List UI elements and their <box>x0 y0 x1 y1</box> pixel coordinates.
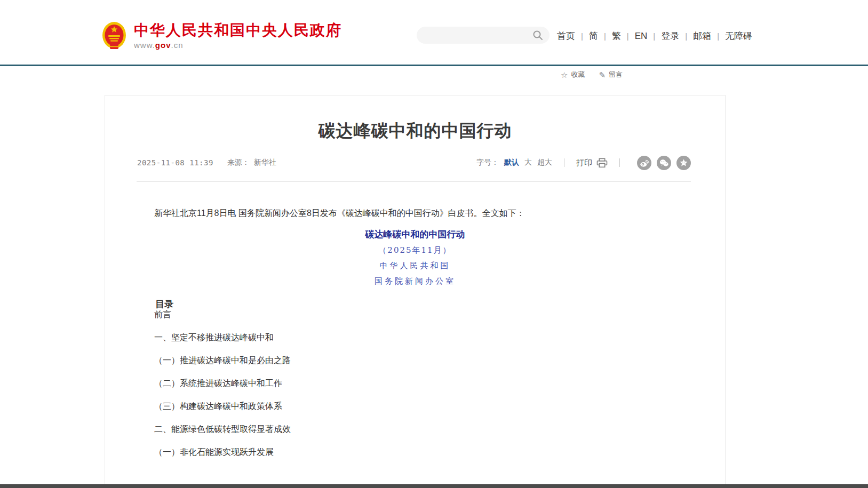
font-size-default[interactable]: 默认 <box>504 158 519 167</box>
source-label: 来源： <box>227 158 250 167</box>
url-cn: .cn <box>171 41 184 50</box>
nav-separator: | <box>653 31 655 41</box>
meta-separator <box>619 158 620 167</box>
nav-separator: | <box>627 31 629 41</box>
toc-title: 目录 <box>137 299 693 310</box>
toc-item: 二、能源绿色低碳转型取得显著成效 <box>137 425 693 434</box>
article-intro: 新华社北京11月8日电 国务院新闻办公室8日发布《碳达峰碳中和的中国行动》白皮书… <box>137 207 693 220</box>
publish-date: 2025-11-08 11:39 <box>137 158 213 167</box>
comment-link[interactable]: ✎ 留言 <box>599 70 623 79</box>
nav-separator: | <box>604 31 606 41</box>
nav-mail[interactable]: 邮箱 <box>693 30 711 42</box>
weibo-icon <box>639 158 649 168</box>
print-button[interactable]: 打印 <box>576 158 608 168</box>
article-title: 碳达峰碳中和的中国行动 <box>105 119 725 142</box>
nav-login[interactable]: 登录 <box>661 30 679 42</box>
site-url: www.gov.cn <box>134 41 342 50</box>
print-label: 打印 <box>576 158 592 168</box>
share-qzone-button[interactable] <box>676 156 691 170</box>
share-wechat-button[interactable] <box>657 156 671 170</box>
url-www: www. <box>134 41 155 50</box>
logo-text: 中华人民共和国中央人民政府 www.gov.cn <box>134 22 342 50</box>
site-title: 中华人民共和国中央人民政府 <box>134 22 342 39</box>
toc-item: （一）推进碳达峰碳中和是必由之路 <box>137 356 693 365</box>
nav-accessibility[interactable]: 无障碍 <box>725 30 752 42</box>
meta-separator <box>564 158 564 167</box>
article-meta: 2025-11-08 11:39 来源： 新华社 字号： 默认 大 超大 打印 <box>137 155 691 171</box>
article-card: 碳达峰碳中和的中国行动 2025-11-08 11:39 来源： 新华社 字号：… <box>105 95 726 488</box>
site-logo[interactable]: 中华人民共和国中央人民政府 www.gov.cn <box>101 21 342 50</box>
source-value[interactable]: 新华社 <box>254 158 276 167</box>
comment-label: 留言 <box>609 70 623 79</box>
document-author-line1: 中华人民共和国 <box>105 261 725 270</box>
share-weibo-button[interactable] <box>637 156 651 170</box>
meta-right: 字号： 默认 大 超大 打印 <box>476 156 691 170</box>
bottom-bar <box>0 484 868 488</box>
font-size-xlarge[interactable]: 超大 <box>537 158 552 167</box>
document-date: （2025年11月） <box>105 245 725 255</box>
font-size-label: 字号： <box>476 158 499 167</box>
nav-home[interactable]: 首页 <box>557 30 575 42</box>
font-size-large[interactable]: 大 <box>524 158 532 167</box>
national-emblem-icon <box>101 21 127 50</box>
favorite-link[interactable]: ☆ 收藏 <box>561 70 585 79</box>
wechat-icon <box>659 158 669 168</box>
nav-separator: | <box>581 31 583 41</box>
toc-item: （三）构建碳达峰碳中和政策体系 <box>137 402 693 411</box>
qzone-star-icon <box>679 158 689 168</box>
nav-simplified[interactable]: 简 <box>589 30 598 42</box>
meta-divider <box>137 181 691 182</box>
toc-item: 前言 <box>137 310 693 319</box>
star-icon: ☆ <box>561 71 568 79</box>
toc-item: （一）非化石能源实现跃升发展 <box>137 447 693 457</box>
document-author-line2: 国务院新闻办公室 <box>105 276 725 286</box>
site-header: 中华人民共和国中央人民政府 www.gov.cn 首页 | 简 | 繁 | EN… <box>0 0 868 65</box>
nav-traditional[interactable]: 繁 <box>612 30 621 42</box>
toc-item: 一、坚定不移推进碳达峰碳中和 <box>137 333 693 342</box>
top-nav: 首页 | 简 | 繁 | EN | 登录 | 邮箱 | 无障碍 <box>557 30 752 42</box>
nav-separator: | <box>685 31 687 41</box>
meta-left: 2025-11-08 11:39 来源： 新华社 <box>137 158 276 167</box>
search-icon[interactable] <box>532 30 543 41</box>
url-gov: gov <box>155 41 171 50</box>
printer-icon <box>596 158 608 168</box>
page: 中华人民共和国中央人民政府 www.gov.cn 首页 | 简 | 繁 | EN… <box>0 0 868 488</box>
toc-item: （二）系统推进碳达峰碳中和工作 <box>137 379 693 388</box>
search-box <box>417 27 550 44</box>
nav-separator: | <box>717 31 719 41</box>
document-title: 碳达峰碳中和的中国行动 <box>105 230 725 239</box>
page-actions: ☆ 收藏 ✎ 留言 <box>561 70 623 79</box>
favorite-label: 收藏 <box>571 70 585 79</box>
header-divider <box>0 65 868 66</box>
nav-english[interactable]: EN <box>635 31 648 42</box>
search-input[interactable] <box>426 31 532 39</box>
pencil-icon: ✎ <box>599 71 606 79</box>
